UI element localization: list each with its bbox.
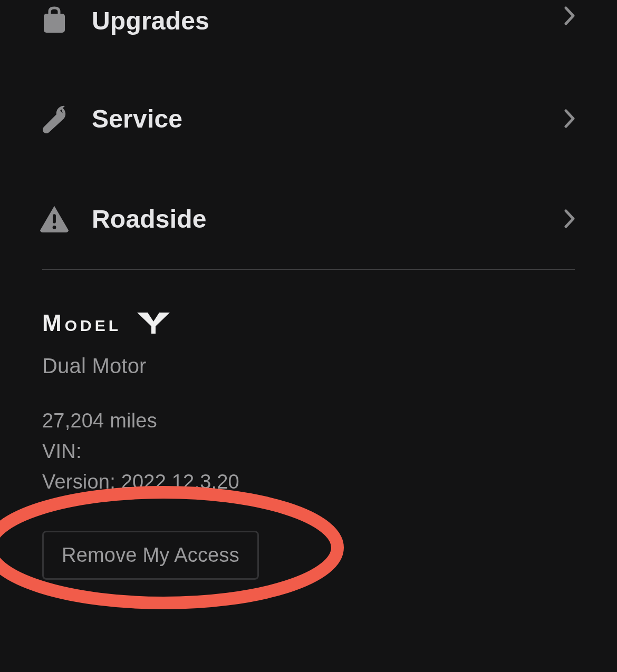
svg-rect-0	[44, 14, 65, 33]
vehicle-drivetrain: Dual Motor	[42, 354, 575, 378]
vehicle-info: MODEL Dual Motor 27,204 miles VIN: Versi…	[0, 270, 617, 580]
chevron-right-icon	[564, 6, 575, 25]
menu-item-roadside[interactable]: Roadside	[0, 169, 617, 269]
chevron-right-icon	[564, 109, 575, 128]
bag-icon	[39, 6, 70, 35]
svg-rect-1	[53, 214, 56, 223]
wordmark-model-text: MODEL	[42, 310, 121, 336]
vehicle-model-wordmark: MODEL	[42, 310, 575, 336]
version-prefix: Version:	[42, 471, 121, 493]
menu-item-service[interactable]: Service	[0, 69, 617, 169]
menu-item-upgrades[interactable]: Upgrades	[0, 0, 617, 69]
vehicle-version: Version: 2022.12.3.20	[42, 469, 575, 495]
warning-triangle-icon	[39, 204, 70, 233]
menu-label: Service	[92, 104, 564, 133]
chevron-right-icon	[564, 209, 575, 228]
vehicle-vin: VIN:	[42, 438, 575, 464]
vin-label: VIN:	[42, 440, 82, 462]
wrench-icon	[39, 104, 70, 133]
svg-point-2	[53, 226, 56, 229]
remove-my-access-button[interactable]: Remove My Access	[42, 531, 259, 580]
version-value: 2022.12.3.20	[121, 471, 239, 493]
menu-list: Upgrades Service Roadside	[0, 0, 617, 269]
wordmark-y-glyph	[137, 313, 170, 334]
vehicle-odometer: 27,204 miles	[42, 407, 575, 434]
menu-label: Roadside	[92, 204, 564, 233]
menu-label: Upgrades	[92, 6, 564, 35]
